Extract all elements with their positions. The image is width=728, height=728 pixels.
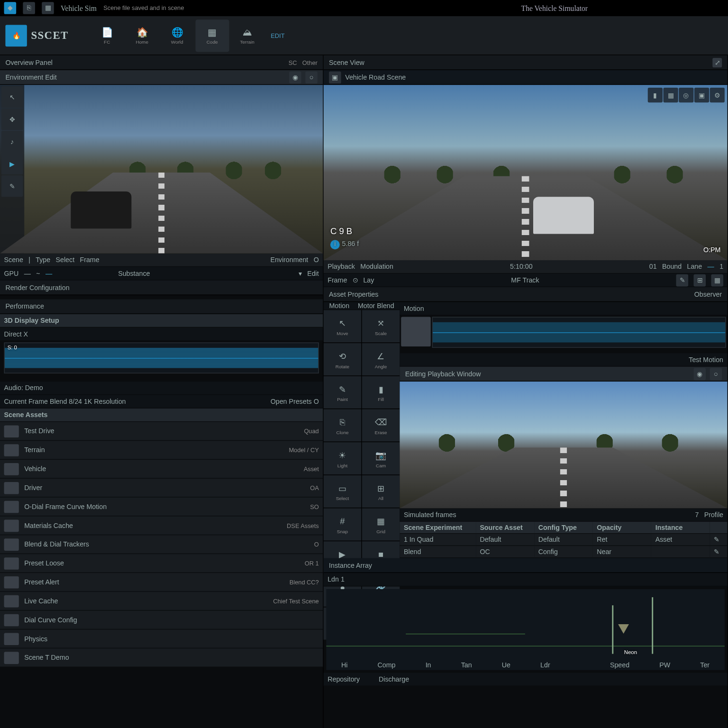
list-item[interactable]: Dial Curve Config bbox=[0, 611, 323, 630]
list-item[interactable]: DriverOA bbox=[0, 479, 323, 498]
palette-all[interactable]: ⊞All bbox=[362, 475, 400, 508]
telemetry-chart[interactable]: Neon HiCompInTanUeLdrSpeedPWTer bbox=[326, 589, 725, 670]
behaviour-tab[interactable]: Editing Playback Window◉○ bbox=[400, 367, 727, 382]
ribbon-tab-world[interactable]: 🌐World bbox=[160, 19, 194, 52]
brand-logo[interactable]: 🔥 SSCET bbox=[5, 25, 68, 46]
motion-wave[interactable] bbox=[432, 317, 726, 347]
list-item[interactable]: Materials CacheDSE Assets bbox=[0, 516, 323, 535]
flame-icon: 🔥 bbox=[5, 25, 27, 46]
asset-list[interactable]: Test DriveQuadTerrainModel / CYVehicleAs… bbox=[0, 422, 323, 728]
palette-scale[interactable]: ⤧Scale bbox=[362, 310, 400, 342]
play-icon[interactable]: ▶ bbox=[1, 153, 23, 175]
viewport-preview[interactable] bbox=[400, 382, 727, 508]
audio-header: Audio: Demo bbox=[0, 382, 323, 395]
list-item[interactable]: Physics bbox=[0, 629, 323, 648]
palette-light[interactable]: ☀Light bbox=[324, 442, 362, 474]
palette-cam[interactable]: 📷Cam bbox=[362, 442, 400, 474]
clip-thumb[interactable] bbox=[401, 317, 431, 346]
palette-snap[interactable]: #Snap bbox=[324, 508, 362, 540]
scene-icon: ▣ bbox=[329, 71, 341, 83]
tool-icon[interactable]: ◎ bbox=[679, 88, 693, 102]
palette-select[interactable]: ▭Select bbox=[324, 475, 362, 508]
list-item[interactable]: Preset LooseOR 1 bbox=[0, 554, 323, 573]
viewport-statusbar: Scene| Type Select Frame Environment O bbox=[0, 254, 323, 267]
mode-badge: EDIT bbox=[271, 32, 284, 39]
scene-header: Scene View ⤢ bbox=[324, 55, 728, 70]
ribbon-tab-home[interactable]: 🏠Home bbox=[125, 19, 159, 52]
list-item[interactable]: Blend & Dial TrackersO bbox=[0, 535, 323, 554]
viewport-tools: ▮ ▦ ◎ ▣ ⚙ bbox=[648, 88, 725, 102]
ribbon-tab-terrain[interactable]: ⛰Terrain bbox=[230, 19, 264, 52]
titlebar-btn[interactable]: ▦ bbox=[42, 2, 54, 14]
config-table[interactable]: Scene ExperimentSource AssetConfig TypeO… bbox=[400, 522, 727, 558]
viewport-main[interactable]: ▮ ▦ ◎ ▣ ⚙ C 9 B i 5.86 f O:PM bbox=[324, 85, 728, 260]
window-title: The Vehicle Simulator bbox=[521, 4, 588, 12]
main-grid: Overview Panel SC Other Environment Edit… bbox=[0, 55, 728, 728]
left-column: Overview Panel SC Other Environment Edit… bbox=[0, 55, 324, 728]
tool-icon[interactable]: ▦ bbox=[663, 88, 678, 102]
note-icon[interactable]: ♪ bbox=[1, 131, 23, 153]
palette-move[interactable]: ↖Move bbox=[324, 310, 362, 342]
list-item[interactable]: Live CacheChief Test Scene bbox=[0, 592, 323, 611]
list-item[interactable]: TerrainModel / CY bbox=[0, 441, 323, 460]
list-item[interactable]: O-Dial Frame Curve MotionSO bbox=[0, 498, 323, 517]
list-item[interactable]: VehicleAsset bbox=[0, 460, 323, 479]
viewport-left[interactable]: ↖ ✥ ♪ ▶ ✎ bbox=[0, 85, 323, 254]
palette-erase[interactable]: ⌫Erase bbox=[362, 409, 400, 441]
palette-angle[interactable]: ∠Angle bbox=[362, 343, 400, 375]
palette-grid[interactable]: ▦Grid bbox=[362, 508, 400, 540]
viewport-statusbar2: GPU—~— Substance ▾Edit bbox=[0, 267, 323, 280]
sim-bar: Simulated frames7Profile bbox=[400, 508, 727, 521]
performance-hdr: Performance bbox=[0, 299, 323, 314]
vehicle bbox=[71, 191, 132, 228]
tool-icon[interactable]: ▮ bbox=[648, 88, 663, 102]
right-column: Scene View ⤢ ▣ Vehicle Road Scene ▮ ▦ ◎ … bbox=[324, 55, 728, 728]
titlebar-btn[interactable]: ⎘ bbox=[23, 2, 35, 14]
telemetry-hdr: Instance Array bbox=[324, 558, 728, 573]
vehicle-main bbox=[534, 197, 594, 234]
app-icon[interactable]: ◆ bbox=[4, 2, 17, 14]
viewport-tab[interactable]: Environment Edit ◉ ○ bbox=[0, 70, 323, 85]
display-setup[interactable]: 3D Display Setup bbox=[0, 314, 323, 328]
assets-header[interactable]: Scene Assets bbox=[0, 409, 323, 422]
tool-icon[interactable]: ▣ bbox=[694, 88, 709, 102]
list-item[interactable]: Preset AlertBlend CC? bbox=[0, 573, 323, 592]
viewport-toolstrip: ↖ ✥ ♪ ▶ ✎ bbox=[0, 85, 24, 254]
palette-clone[interactable]: ⎘Clone bbox=[324, 409, 362, 441]
app-name: Vehicle Sim bbox=[61, 4, 97, 12]
render-config-hdr: Render Configuration bbox=[0, 281, 323, 295]
list-item[interactable]: Test DriveQuad bbox=[0, 422, 323, 441]
list-item[interactable]: Scene T Demo bbox=[0, 648, 323, 667]
telemetry-footer: RepositoryDischarge bbox=[324, 673, 728, 686]
palette-paint[interactable]: ✎Paint bbox=[324, 376, 362, 409]
cursor-icon[interactable]: ↖ bbox=[1, 86, 23, 108]
close-icon[interactable]: ○ bbox=[305, 71, 318, 83]
timeline-wave[interactable]: S: 0 bbox=[4, 342, 319, 373]
scene-tab[interactable]: ▣ Vehicle Road Scene bbox=[324, 70, 728, 85]
titlebar: ◆ ⎘ ▦ Vehicle Sim Scene file saved and i… bbox=[0, 0, 728, 16]
marker-icon bbox=[618, 625, 629, 639]
palette-fill[interactable]: ▮Fill bbox=[362, 376, 400, 409]
expand-icon[interactable]: ◉ bbox=[289, 71, 301, 83]
overview-header: Overview Panel SC Other bbox=[0, 55, 323, 70]
tool-icon[interactable]: ⚙ bbox=[710, 88, 725, 102]
ribbon-tab-file[interactable]: 📄FC bbox=[90, 19, 124, 52]
transport-bar: PlaybackModulation 5:10:00 01Bound Lane—… bbox=[324, 260, 728, 273]
properties-hdr: Asset PropertiesObserver bbox=[324, 287, 728, 302]
ribbon-tab-code[interactable]: ▦Code bbox=[195, 19, 229, 52]
project-path: Scene file saved and in scene bbox=[103, 4, 184, 11]
expand-icon[interactable]: ⤢ bbox=[712, 58, 722, 67]
ribbon: 🔥 SSCET 📄FC 🏠Home 🌐World ▦Code ⛰Terrain … bbox=[0, 16, 728, 55]
palette-rotate[interactable]: ⟲Rotate bbox=[324, 343, 362, 375]
brush-icon[interactable]: ✎ bbox=[1, 175, 23, 197]
move-icon[interactable]: ✥ bbox=[1, 109, 23, 130]
